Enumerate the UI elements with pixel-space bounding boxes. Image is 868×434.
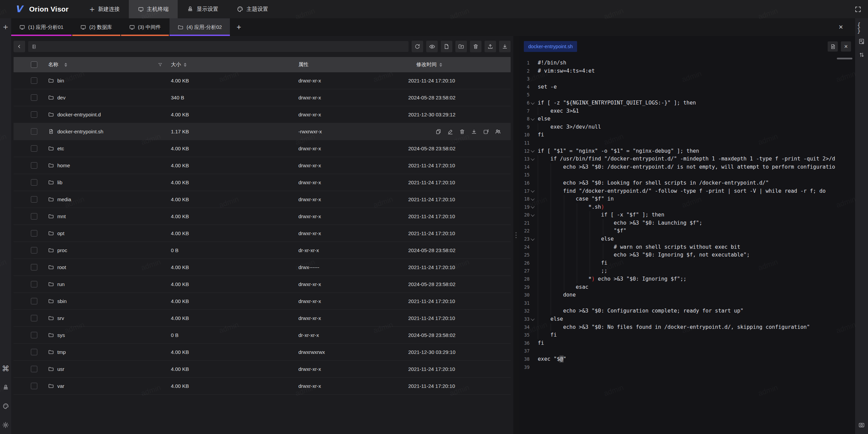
- table-row[interactable]: mnt4.00 KBdrwxr-xr-x2021-11-24 17:20:10: [14, 208, 511, 225]
- select-all-checkbox[interactable]: [31, 61, 37, 68]
- table-row[interactable]: usr4.00 KBdrwxr-xr-x2021-11-24 17:20:10: [14, 361, 511, 378]
- sort-size-control[interactable]: [184, 63, 186, 67]
- file-name[interactable]: var: [57, 383, 64, 389]
- fold-chevron-icon[interactable]: [530, 187, 536, 195]
- row-checkbox[interactable]: [31, 196, 37, 203]
- table-row[interactable]: etc4.00 KBdrwxr-xr-x2024-05-28 23:58:02: [14, 140, 511, 157]
- row-checkbox[interactable]: [31, 162, 37, 169]
- table-row[interactable]: docker-entrypoint.sh1.17 KB-rwxrwxr-x: [14, 123, 511, 140]
- terminal-tab-1[interactable]: (1) 应用-分析01: [11, 18, 72, 36]
- file-name[interactable]: media: [57, 196, 71, 202]
- row-checkbox[interactable]: [31, 213, 37, 220]
- swap-icon[interactable]: [857, 50, 866, 59]
- table-row[interactable]: media4.00 KBdrwxr-xr-x2021-11-24 17:20:1…: [14, 191, 511, 208]
- table-row[interactable]: tmp4.00 KBdrwxrwxrwx2021-12-30 03:29:10: [14, 344, 511, 361]
- file-name[interactable]: run: [57, 281, 65, 287]
- table-row[interactable]: lib4.00 KBdrwxr-xr-x2021-11-24 17:20:10: [14, 174, 511, 191]
- file-new-button[interactable]: [441, 41, 452, 52]
- terminal-tab-3[interactable]: (3) 中间件: [121, 18, 169, 36]
- row-checkbox[interactable]: [31, 179, 37, 186]
- edit-action-button[interactable]: [447, 129, 453, 135]
- table-row[interactable]: var4.00 KBdrwxr-xr-x2021-11-24 17:20:10: [14, 378, 511, 395]
- row-checkbox[interactable]: [31, 264, 37, 270]
- fold-chevron-icon[interactable]: [530, 115, 536, 123]
- menu-item-new-connection[interactable]: +新建连接: [80, 0, 129, 18]
- copy-action-button[interactable]: [435, 129, 441, 135]
- file-name[interactable]: proc: [57, 247, 67, 253]
- table-row[interactable]: root4.00 KBdrwx------2021-11-24 17:20:10: [14, 259, 511, 276]
- folder-new-button[interactable]: [455, 41, 467, 52]
- trash-button[interactable]: [470, 41, 481, 52]
- editor-file-tab[interactable]: docker-entrypoint.sh: [524, 41, 577, 52]
- table-row[interactable]: home4.00 KBdrwxr-xr-x2021-11-24 17:20:10: [14, 157, 511, 174]
- table-row[interactable]: run4.00 KBdrwxr-xr-x2024-05-28 23:58:02: [14, 276, 511, 293]
- fold-chevron-icon[interactable]: [530, 203, 536, 211]
- terminal-tab-2[interactable]: (2) 数据库: [72, 18, 120, 36]
- fold-chevron-icon[interactable]: [530, 147, 536, 155]
- file-name[interactable]: tmp: [57, 349, 66, 355]
- download-action-button[interactable]: [471, 129, 477, 135]
- rail-add-button[interactable]: +: [1, 22, 10, 31]
- back-button[interactable]: [14, 41, 25, 52]
- row-checkbox[interactable]: [31, 332, 37, 338]
- table-row[interactable]: sys0 Bdr-xr-xr-x2024-05-28 23:58:02: [14, 327, 511, 344]
- sort-mtime-control[interactable]: [439, 63, 442, 67]
- fold-chevron-icon[interactable]: [530, 99, 536, 107]
- fold-chevron-icon[interactable]: [530, 235, 536, 243]
- row-checkbox[interactable]: [31, 247, 37, 253]
- add-tab-button[interactable]: +: [231, 18, 247, 36]
- file-name[interactable]: etc: [57, 146, 64, 151]
- fold-chevron-icon[interactable]: [530, 315, 536, 323]
- file-name[interactable]: lib: [57, 180, 62, 185]
- doc-bookmark-icon[interactable]: [857, 37, 866, 46]
- file-name[interactable]: dev: [57, 95, 65, 100]
- editor-close-button[interactable]: ×: [841, 41, 851, 52]
- refresh-button[interactable]: [412, 41, 423, 52]
- file-name[interactable]: usr: [57, 366, 64, 372]
- row-checkbox[interactable]: [31, 281, 37, 287]
- file-name[interactable]: bin: [57, 78, 64, 83]
- file-name[interactable]: opt: [57, 230, 64, 236]
- trash-action-button[interactable]: [459, 129, 465, 135]
- table-row[interactable]: docker-entrypoint.d4.00 KBdrwxr-xr-x2021…: [14, 106, 511, 123]
- file-name[interactable]: sys: [57, 332, 65, 338]
- download-button[interactable]: [499, 41, 511, 52]
- row-checkbox[interactable]: [31, 383, 37, 389]
- menu-item-display-settings[interactable]: 显示设置: [178, 0, 228, 18]
- table-row[interactable]: opt4.00 KBdrwxr-xr-x2021-11-24 17:20:10: [14, 225, 511, 242]
- menu-item-host-terminal[interactable]: 主机终端: [129, 0, 178, 18]
- row-checkbox[interactable]: [31, 111, 37, 118]
- menu-item-theme-settings[interactable]: 主题设置: [228, 0, 277, 18]
- row-checkbox[interactable]: [31, 94, 37, 101]
- sort-name-control[interactable]: [64, 63, 67, 67]
- palette-icon[interactable]: [1, 402, 10, 411]
- camera-icon[interactable]: [857, 420, 866, 429]
- file-name[interactable]: docker-entrypoint.sh: [57, 129, 103, 134]
- row-checkbox[interactable]: [31, 366, 37, 372]
- terminal-tab-4[interactable]: (4) 应用-分析02: [170, 18, 230, 36]
- upload-button[interactable]: [485, 41, 496, 52]
- table-row[interactable]: proc0 Bdr-xr-xr-x2024-05-28 23:58:02: [14, 242, 511, 259]
- fold-chevron-icon[interactable]: [530, 155, 536, 163]
- fold-chevron-icon[interactable]: [530, 211, 536, 219]
- eye-button[interactable]: [426, 41, 438, 52]
- table-row[interactable]: srv4.00 KBdrwxr-xr-x2021-11-24 17:20:10: [14, 310, 511, 327]
- row-checkbox[interactable]: [31, 128, 37, 135]
- table-row[interactable]: sbin4.00 KBdrwxr-xr-x2021-11-24 17:20:10: [14, 293, 511, 310]
- row-checkbox[interactable]: [31, 77, 37, 84]
- file-name[interactable]: mnt: [57, 213, 66, 219]
- users-action-button[interactable]: [495, 128, 501, 135]
- file-name[interactable]: docker-entrypoint.d: [57, 112, 101, 117]
- row-checkbox[interactable]: [31, 349, 37, 355]
- row-checkbox[interactable]: [31, 145, 37, 152]
- stamp-icon[interactable]: [1, 383, 10, 392]
- table-row[interactable]: dev340 Bdrwxr-xr-x2024-05-28 23:58:02: [14, 89, 511, 106]
- row-checkbox[interactable]: [31, 298, 37, 304]
- file-name[interactable]: home: [57, 163, 70, 168]
- close-tabs-button[interactable]: ×: [834, 18, 848, 36]
- file-name[interactable]: srv: [57, 315, 64, 321]
- panel-divider[interactable]: [513, 36, 519, 434]
- save-button[interactable]: [828, 41, 838, 52]
- fold-chevron-icon[interactable]: [530, 195, 536, 203]
- row-checkbox[interactable]: [31, 230, 37, 237]
